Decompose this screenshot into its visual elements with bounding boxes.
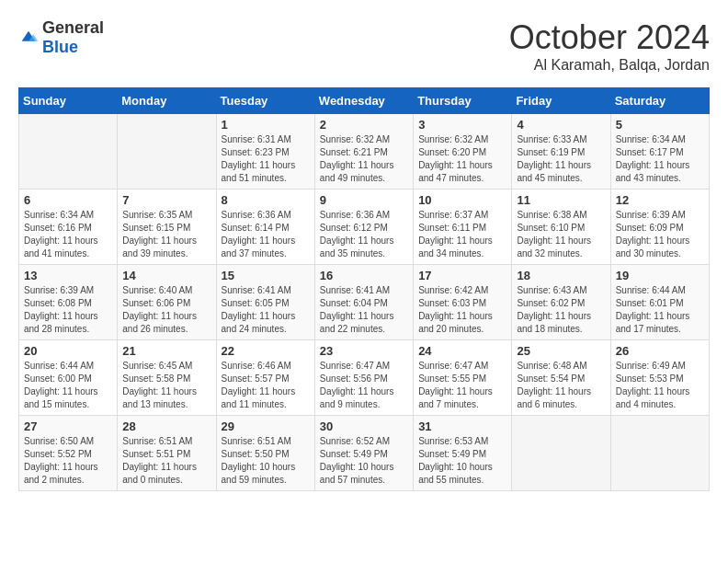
calendar-week-row: 20Sunrise: 6:44 AM Sunset: 6:00 PM Dayli… (19, 340, 710, 416)
cell-content: Sunrise: 6:51 AM Sunset: 5:50 PM Dayligh… (222, 435, 310, 487)
cell-content: Sunrise: 6:41 AM Sunset: 6:05 PM Dayligh… (222, 284, 310, 336)
cell-content: Sunrise: 6:41 AM Sunset: 6:04 PM Dayligh… (320, 284, 408, 336)
cell-content: Sunrise: 6:43 AM Sunset: 6:02 PM Dayligh… (517, 284, 605, 336)
calendar-cell (610, 416, 709, 491)
day-number: 1 (222, 118, 310, 132)
day-number: 4 (517, 118, 605, 132)
calendar-cell (118, 114, 216, 190)
cell-content: Sunrise: 6:48 AM Sunset: 5:54 PM Dayligh… (517, 360, 605, 411)
day-number: 15 (222, 269, 310, 282)
day-number: 11 (517, 193, 605, 207)
calendar-cell: 9Sunrise: 6:36 AM Sunset: 6:12 PM Daylig… (314, 190, 413, 265)
day-number: 10 (418, 193, 506, 207)
day-number: 26 (616, 344, 704, 358)
calendar-week-row: 27Sunrise: 6:50 AM Sunset: 5:52 PM Dayli… (19, 416, 710, 491)
logo-general-text: General (42, 18, 104, 37)
calendar-cell: 12Sunrise: 6:39 AM Sunset: 6:09 PM Dayli… (610, 190, 709, 265)
cell-content: Sunrise: 6:36 AM Sunset: 6:14 PM Dayligh… (222, 209, 310, 260)
day-number: 16 (320, 269, 408, 282)
cell-content: Sunrise: 6:38 AM Sunset: 6:10 PM Dayligh… (517, 209, 605, 260)
calendar-cell: 3Sunrise: 6:32 AM Sunset: 6:20 PM Daylig… (414, 114, 512, 190)
calendar-cell: 4Sunrise: 6:33 AM Sunset: 6:19 PM Daylig… (512, 114, 610, 190)
column-header-thursday: Thursday (414, 88, 512, 114)
cell-content: Sunrise: 6:39 AM Sunset: 6:09 PM Dayligh… (616, 209, 704, 260)
day-number: 3 (418, 118, 506, 132)
day-number: 30 (320, 419, 408, 433)
day-number: 14 (122, 269, 210, 282)
calendar-cell: 16Sunrise: 6:41 AM Sunset: 6:04 PM Dayli… (314, 265, 413, 340)
calendar-cell: 28Sunrise: 6:51 AM Sunset: 5:51 PM Dayli… (118, 416, 216, 491)
day-number: 21 (122, 344, 210, 358)
calendar-header-row: SundayMondayTuesdayWednesdayThursdayFrid… (19, 88, 710, 114)
title-block: October 2024 Al Karamah, Balqa, Jordan (509, 18, 710, 74)
column-header-wednesday: Wednesday (314, 88, 413, 114)
day-number: 25 (517, 344, 605, 358)
day-number: 5 (616, 118, 704, 132)
calendar-cell: 5Sunrise: 6:34 AM Sunset: 6:17 PM Daylig… (610, 114, 709, 190)
calendar-cell: 23Sunrise: 6:47 AM Sunset: 5:56 PM Dayli… (314, 340, 413, 416)
calendar-cell: 1Sunrise: 6:31 AM Sunset: 6:23 PM Daylig… (216, 114, 314, 190)
logo-blue-text: Blue (42, 38, 78, 56)
location-title: Al Karamah, Balqa, Jordan (509, 57, 710, 74)
calendar-cell: 2Sunrise: 6:32 AM Sunset: 6:21 PM Daylig… (314, 114, 413, 190)
page-header: General Blue October 2024 Al Karamah, Ba… (18, 18, 710, 74)
cell-content: Sunrise: 6:37 AM Sunset: 6:11 PM Dayligh… (418, 209, 506, 260)
cell-content: Sunrise: 6:47 AM Sunset: 5:55 PM Dayligh… (418, 360, 506, 411)
logo-icon (18, 28, 39, 48)
calendar-cell (512, 416, 610, 491)
calendar-cell: 11Sunrise: 6:38 AM Sunset: 6:10 PM Dayli… (512, 190, 610, 265)
cell-content: Sunrise: 6:32 AM Sunset: 6:21 PM Dayligh… (320, 133, 408, 185)
day-number: 13 (24, 269, 112, 282)
cell-content: Sunrise: 6:44 AM Sunset: 6:00 PM Dayligh… (24, 360, 112, 411)
day-number: 31 (418, 419, 506, 433)
calendar-cell (19, 114, 118, 190)
cell-content: Sunrise: 6:33 AM Sunset: 6:19 PM Dayligh… (517, 133, 605, 185)
calendar-week-row: 13Sunrise: 6:39 AM Sunset: 6:08 PM Dayli… (19, 265, 710, 340)
column-header-friday: Friday (512, 88, 610, 114)
day-number: 27 (24, 419, 112, 433)
day-number: 23 (320, 344, 408, 358)
calendar-cell: 29Sunrise: 6:51 AM Sunset: 5:50 PM Dayli… (216, 416, 314, 491)
calendar-cell: 18Sunrise: 6:43 AM Sunset: 6:02 PM Dayli… (512, 265, 610, 340)
cell-content: Sunrise: 6:42 AM Sunset: 6:03 PM Dayligh… (418, 284, 506, 336)
day-number: 17 (418, 269, 506, 282)
day-number: 20 (24, 344, 112, 358)
calendar-cell: 7Sunrise: 6:35 AM Sunset: 6:15 PM Daylig… (118, 190, 216, 265)
calendar-week-row: 6Sunrise: 6:34 AM Sunset: 6:16 PM Daylig… (19, 190, 710, 265)
calendar-cell: 24Sunrise: 6:47 AM Sunset: 5:55 PM Dayli… (414, 340, 512, 416)
cell-content: Sunrise: 6:44 AM Sunset: 6:01 PM Dayligh… (616, 284, 704, 336)
calendar-cell: 31Sunrise: 6:53 AM Sunset: 5:49 PM Dayli… (414, 416, 512, 491)
calendar-cell: 6Sunrise: 6:34 AM Sunset: 6:16 PM Daylig… (19, 190, 118, 265)
calendar-cell: 20Sunrise: 6:44 AM Sunset: 6:00 PM Dayli… (19, 340, 118, 416)
day-number: 12 (616, 193, 704, 207)
logo: General Blue (18, 18, 104, 57)
day-number: 18 (517, 269, 605, 282)
cell-content: Sunrise: 6:50 AM Sunset: 5:52 PM Dayligh… (24, 435, 112, 487)
cell-content: Sunrise: 6:32 AM Sunset: 6:20 PM Dayligh… (418, 133, 506, 185)
cell-content: Sunrise: 6:34 AM Sunset: 6:16 PM Dayligh… (24, 209, 112, 260)
calendar-week-row: 1Sunrise: 6:31 AM Sunset: 6:23 PM Daylig… (19, 114, 710, 190)
calendar-cell: 8Sunrise: 6:36 AM Sunset: 6:14 PM Daylig… (216, 190, 314, 265)
calendar-cell: 26Sunrise: 6:49 AM Sunset: 5:53 PM Dayli… (610, 340, 709, 416)
calendar-cell: 17Sunrise: 6:42 AM Sunset: 6:03 PM Dayli… (414, 265, 512, 340)
month-title: October 2024 (509, 18, 710, 57)
day-number: 22 (222, 344, 310, 358)
column-header-tuesday: Tuesday (216, 88, 314, 114)
cell-content: Sunrise: 6:35 AM Sunset: 6:15 PM Dayligh… (122, 209, 210, 260)
cell-content: Sunrise: 6:46 AM Sunset: 5:57 PM Dayligh… (222, 360, 310, 411)
cell-content: Sunrise: 6:47 AM Sunset: 5:56 PM Dayligh… (320, 360, 408, 411)
cell-content: Sunrise: 6:34 AM Sunset: 6:17 PM Dayligh… (616, 133, 704, 185)
calendar-cell: 15Sunrise: 6:41 AM Sunset: 6:05 PM Dayli… (216, 265, 314, 340)
cell-content: Sunrise: 6:49 AM Sunset: 5:53 PM Dayligh… (616, 360, 704, 411)
cell-content: Sunrise: 6:52 AM Sunset: 5:49 PM Dayligh… (320, 435, 408, 487)
day-number: 9 (320, 193, 408, 207)
calendar-cell: 10Sunrise: 6:37 AM Sunset: 6:11 PM Dayli… (414, 190, 512, 265)
calendar-table: SundayMondayTuesdayWednesdayThursdayFrid… (18, 87, 710, 491)
cell-content: Sunrise: 6:45 AM Sunset: 5:58 PM Dayligh… (122, 360, 210, 411)
calendar-cell: 21Sunrise: 6:45 AM Sunset: 5:58 PM Dayli… (118, 340, 216, 416)
calendar-cell: 14Sunrise: 6:40 AM Sunset: 6:06 PM Dayli… (118, 265, 216, 340)
cell-content: Sunrise: 6:40 AM Sunset: 6:06 PM Dayligh… (122, 284, 210, 336)
calendar-cell: 27Sunrise: 6:50 AM Sunset: 5:52 PM Dayli… (19, 416, 118, 491)
calendar-cell: 22Sunrise: 6:46 AM Sunset: 5:57 PM Dayli… (216, 340, 314, 416)
calendar-cell: 13Sunrise: 6:39 AM Sunset: 6:08 PM Dayli… (19, 265, 118, 340)
